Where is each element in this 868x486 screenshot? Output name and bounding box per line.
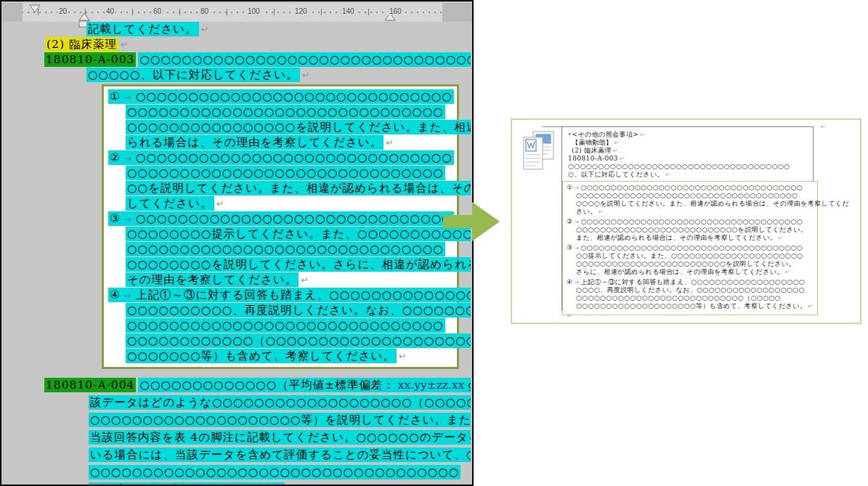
horizontal-ruler[interactable]: 20406080100120140160 bbox=[2, 3, 471, 22]
preview-text-line: ○○○○○○○○○○○○○○○○○○○○○○○○○○○○○○○○○○○○○ bbox=[576, 192, 814, 200]
ruler-number: 120 bbox=[293, 7, 309, 15]
preview-text-line: また、相違が認められる場合は、その理由を考察してください。↵ bbox=[576, 234, 814, 242]
text-line: 記載してください。↵ bbox=[86, 22, 471, 37]
highlight-span: られる場合は、その理由を考察してください。 bbox=[126, 135, 384, 150]
highlight-span: してください。 bbox=[126, 196, 214, 211]
highlight-span: ○○○○○○○○○○○○○○○○○○○○○○○○○○○○○○ bbox=[126, 242, 445, 256]
text-line: ③→○○○○○○○○○○○○○○○○○○○○○○○○○○○○○○ bbox=[108, 211, 457, 227]
ruler-tick bbox=[132, 9, 133, 15]
text-line: ○○○○○○○○○○○○○○○○○○○○○○○○○○○○○○ bbox=[126, 318, 457, 333]
highlight-span: その理由を考察してください。 bbox=[126, 272, 299, 287]
highlight-span: ②→○○○○○○○○○○○○○○○○○○○○○○○○○○○○○○ bbox=[108, 150, 454, 165]
text-line: ○○○○○○○○○○○○○○○○を説明してください。また、相違が認め bbox=[126, 120, 457, 135]
word-document-panel: 20406080100120140160 記載してください。↵(2) 臨床薬理↵… bbox=[0, 0, 474, 486]
text-line: ○○○○○○○○○○○○○○○○○○○○○○○○○○○○○○ bbox=[126, 242, 457, 257]
pilcrow-mark: ↵ bbox=[566, 312, 572, 319]
pilcrow-mark: ↵ bbox=[199, 24, 210, 35]
preview-text-line: ○○○○、再度説明しください。なお、○○○○○○○○○○○○○○○○○○ bbox=[576, 286, 814, 294]
text-line: ○○○○○○○○提示してください。また、○○○○○○○○○○○○○○ bbox=[126, 227, 457, 242]
ruler-tick bbox=[227, 9, 227, 15]
tab-arrow-icon: → bbox=[572, 279, 580, 285]
tab-arrow-icon: → bbox=[121, 92, 136, 102]
highlight-span: ○○○○○○○○○○○○○○○○○○○○○○○○○○○○○○○○○ bbox=[138, 52, 471, 67]
ruler-number: 80 bbox=[199, 7, 210, 15]
text-line: 当該回答内容を表 4の脚注に記載してください。○○○○○○のデータを用いて bbox=[89, 429, 471, 446]
pilcrow-mark: ↵ bbox=[638, 131, 645, 138]
preview-text-line: ○○○○○○○○○○○○○○○○○○○○○○○○○を説明してください。 bbox=[576, 260, 814, 268]
highlight-span: いる場合には、当該データを含めて評価することの妥当性について、○○○○○ bbox=[89, 447, 471, 462]
preview-text-line: ○○○○○○○○○○○○○○○○○○○○○○○○○○○○○○○○○○○○○ bbox=[568, 163, 807, 171]
word-file-icon[interactable] bbox=[522, 130, 556, 177]
text-line: (2) 臨床薬理↵ bbox=[45, 37, 471, 52]
text-line: ④→上記①～③に対する回答も踏まえ、○○○○○○○○○○○○○○○○○ bbox=[108, 288, 457, 303]
preview-heading-lines: •<その他の照会事項>↵【薬物動態】↵(2) 臨床薬理↵180810-A-003… bbox=[568, 131, 807, 179]
highlight-span: ○○○○○○○○○○○○○○○○○○○○○○○○○○○○○○○○○○○ bbox=[89, 465, 461, 479]
highlight-span: ○○○○○○○○○○○○○○○○を説明してください。また、相違が認め bbox=[126, 120, 471, 134]
highlight-span: ○○○○○○○○提示してください。また、○○○○○○○○○○○○○○ bbox=[126, 227, 471, 241]
text-line: ○○○○○○○等）も含めて、考察してください。↵ bbox=[126, 349, 457, 364]
pilcrow-mark: ↵ bbox=[118, 39, 129, 50]
text-line: ○○○○○○○○○○○○○○○○○○○○等）を説明してください。また、 bbox=[89, 411, 471, 429]
highlight-span: xx.yy±zz.xx g bbox=[397, 378, 471, 392]
preview-text-line: ○○○○○○○○○○○○○○○○○○○○等）も含めて、考察してください。↵ bbox=[576, 302, 814, 310]
text-line: 180810-A-004○○○○○○○○○○○○○（平均値±標準偏差：xx.yy… bbox=[44, 376, 471, 394]
highlight-span: ①→○○○○○○○○○○○○○○○○○○○○○○○○○○○○○○ bbox=[108, 89, 454, 104]
preview-panel: ↵ •<その他の照会事項>↵【薬物動態】↵(2) 臨床薬理↵180810-A-0… bbox=[511, 118, 861, 324]
text-line: ○○○○○○○○を説明してください。さらに、相違が認められる場合は、 bbox=[126, 257, 457, 272]
text-line: 180810-A-003○○○○○○○○○○○○○○○○○○○○○○○○○○○○… bbox=[44, 52, 471, 68]
pilcrow-mark: ↵ bbox=[776, 235, 783, 241]
transform-arrow-icon bbox=[443, 202, 501, 243]
ruler-tick bbox=[38, 9, 38, 15]
ruler-number: 160 bbox=[388, 7, 403, 15]
text-line: ○○○○○○○○○○○○○○○○○○○○○○○○○○○○○○ bbox=[126, 105, 457, 120]
pilcrow-mark: ↵ bbox=[384, 137, 394, 148]
text-line: ○○○○○、以下に対応してください。↵ bbox=[86, 68, 471, 83]
highlight-span: 180810-A-003 bbox=[44, 52, 136, 67]
preview-text-line: さい。↵ bbox=[576, 208, 814, 216]
text-line: いる場合には、当該データを含めて評価することの妥当性について、○○○○○ bbox=[89, 446, 471, 463]
ruler-tick bbox=[368, 9, 369, 15]
preview-text-line: ○○提示してください。また、○○○○○○○○○○○○○○○○○○○○○○ bbox=[576, 252, 814, 260]
preview-text-line: (2) 臨床薬理↵ bbox=[568, 147, 807, 155]
preview-text-line: ○、以下に対応してください。↵ bbox=[568, 171, 807, 179]
tab-arrow-icon: → bbox=[572, 219, 580, 225]
highlight-span: ○○○○○○○○○○○○○（平均値±標準偏差： bbox=[138, 378, 396, 392]
reference-number-highlight: 180810-A-004 bbox=[44, 378, 136, 392]
pilcrow-mark: ↵ bbox=[806, 303, 813, 309]
text-line: 該データはどのような○○○○○○○○○○○○○○○○○○○（○○○○○○ bbox=[89, 394, 471, 411]
pilcrow-mark: ↵ bbox=[819, 123, 826, 130]
preview-text-line: •<その他の照会事項>↵ bbox=[568, 131, 807, 139]
ruler-number: 40 bbox=[105, 7, 115, 15]
ruler-right-margin bbox=[442, 3, 474, 22]
text-line: ○も踏まえて、説明してください。↵ bbox=[89, 481, 471, 485]
ruler-number: 100 bbox=[246, 7, 261, 15]
pilcrow-mark: ↵ bbox=[664, 171, 670, 178]
highlight-span: 当該回答内容を表 4の脚注に記載してください。○○○○○○のデータを用いて bbox=[89, 430, 471, 445]
tab-arrow-icon: → bbox=[121, 214, 136, 224]
ruler-number: 140 bbox=[341, 7, 356, 15]
tab-arrow-icon: → bbox=[572, 245, 580, 251]
pilcrow-mark: ↵ bbox=[300, 70, 311, 81]
ruler-left-margin bbox=[2, 3, 23, 22]
preview-text-line: ①→○○○○○○○○○○○○○○○○○○○○○○○○○○○○○○○○○○○○○ bbox=[567, 184, 814, 192]
highlight-span: ○○○○○○○○○○○○（○○○○○○○○○○○○○○○○○○○○ bbox=[126, 333, 471, 348]
ruler-tick bbox=[321, 9, 322, 15]
preview-item: ①→○○○○○○○○○○○○○○○○○○○○○○○○○○○○○○○○○○○○○○… bbox=[567, 184, 814, 216]
screenshot-canvas: 20406080100120140160 記載してください。↵(2) 臨床薬理↵… bbox=[0, 0, 868, 486]
preview-item: ④→上記①～③に対する回答も踏まえ、○○○○○○○○○○○○○○○○○○○○○○… bbox=[567, 278, 814, 310]
highlight-span: ○○○○○○○○○○○○○○○○○○○○○○○○○○○○○○ bbox=[126, 318, 445, 333]
pilcrow-mark: ↵ bbox=[612, 147, 618, 154]
preview-text-cell[interactable]: •<その他の照会事項>↵【薬物動態】↵(2) 臨床薬理↵180810-A-003… bbox=[561, 126, 814, 311]
highlight-span: 記載してください。 bbox=[86, 22, 199, 36]
hanging-indent-marker[interactable] bbox=[79, 13, 89, 20]
preview-item: ③→○○○○○○○○○○○○○○○○○○○○○○○○○○○○○○○○○○○○○○… bbox=[567, 244, 814, 276]
preview-text-line: ③→○○○○○○○○○○○○○○○○○○○○○○○○○○○○○○○○○○○○○ bbox=[567, 244, 814, 252]
text-line: ○○○○○○○○○○、再度説明しください。なお、○○○○○○○○○○ bbox=[126, 303, 457, 318]
preview-text-line: ○○○○○○○○○○○○○○○○○○○○○○○○○○○○（○○○○○ bbox=[576, 294, 814, 302]
pilcrow-mark: ↵ bbox=[784, 269, 790, 275]
document-area[interactable]: 記載してください。↵(2) 臨床薬理↵180810-A-003○○○○○○○○○… bbox=[3, 22, 471, 485]
table-border-tick bbox=[543, 126, 562, 127]
text-line: その理由を考察してください。↵ bbox=[126, 272, 457, 288]
ruler-number: 60 bbox=[152, 7, 163, 15]
highlight-span: ○○○○○○○○○○○○○○○○○○○○○○○○○○○○○○ bbox=[126, 105, 445, 119]
